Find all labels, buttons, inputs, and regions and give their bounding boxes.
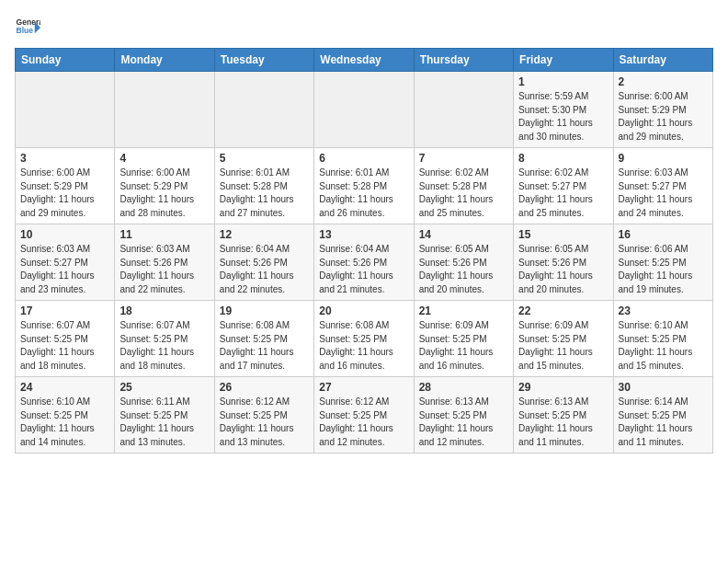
calendar-cell xyxy=(414,72,513,148)
day-info: Sunrise: 6:05 AM Sunset: 5:26 PM Dayligh… xyxy=(518,243,608,296)
calendar-cell: 7Sunrise: 6:02 AM Sunset: 5:28 PM Daylig… xyxy=(414,148,513,224)
calendar-cell: 28Sunrise: 6:13 AM Sunset: 5:25 PM Dayli… xyxy=(414,377,513,454)
day-number: 6 xyxy=(319,152,408,165)
day-info: Sunrise: 6:14 AM Sunset: 5:25 PM Dayligh… xyxy=(619,396,708,449)
calendar-table: SundayMondayTuesdayWednesdayThursdayFrid… xyxy=(15,48,713,454)
calendar-cell xyxy=(314,72,414,148)
day-info: Sunrise: 6:01 AM Sunset: 5:28 PM Dayligh… xyxy=(220,167,309,220)
weekday-header-thursday: Thursday xyxy=(414,49,513,72)
svg-text:Blue: Blue xyxy=(17,26,34,35)
calendar-cell: 19Sunrise: 6:08 AM Sunset: 5:25 PM Dayli… xyxy=(214,301,313,377)
day-number: 23 xyxy=(619,304,708,317)
day-info: Sunrise: 6:05 AM Sunset: 5:26 PM Dayligh… xyxy=(419,243,508,296)
day-number: 22 xyxy=(518,304,608,317)
week-row-3: 10Sunrise: 6:03 AM Sunset: 5:27 PM Dayli… xyxy=(16,224,713,301)
day-number: 11 xyxy=(119,228,209,241)
weekday-header-monday: Monday xyxy=(115,49,214,72)
day-number: 24 xyxy=(20,381,109,394)
calendar-cell: 29Sunrise: 6:13 AM Sunset: 5:25 PM Dayli… xyxy=(514,377,613,454)
day-info: Sunrise: 6:09 AM Sunset: 5:25 PM Dayligh… xyxy=(419,319,508,373)
week-row-1: 1Sunrise: 5:59 AM Sunset: 5:30 PM Daylig… xyxy=(16,72,713,148)
weekday-header-wednesday: Wednesday xyxy=(314,49,414,72)
calendar-body: 1Sunrise: 5:59 AM Sunset: 5:30 PM Daylig… xyxy=(16,72,713,454)
day-info: Sunrise: 6:03 AM Sunset: 5:26 PM Dayligh… xyxy=(119,243,209,296)
calendar-cell xyxy=(16,72,115,148)
day-info: Sunrise: 6:03 AM Sunset: 5:27 PM Dayligh… xyxy=(20,243,109,296)
day-info: Sunrise: 6:12 AM Sunset: 5:25 PM Dayligh… xyxy=(220,396,309,449)
day-number: 8 xyxy=(518,152,608,165)
calendar-cell: 30Sunrise: 6:14 AM Sunset: 5:25 PM Dayli… xyxy=(613,377,712,454)
day-info: Sunrise: 6:13 AM Sunset: 5:25 PM Dayligh… xyxy=(419,396,508,449)
day-number: 13 xyxy=(319,228,408,241)
week-row-2: 3Sunrise: 6:00 AM Sunset: 5:29 PM Daylig… xyxy=(16,148,713,224)
calendar-cell: 22Sunrise: 6:09 AM Sunset: 5:25 PM Dayli… xyxy=(514,301,613,377)
week-row-5: 24Sunrise: 6:10 AM Sunset: 5:25 PM Dayli… xyxy=(16,377,713,454)
day-number: 5 xyxy=(220,152,309,165)
calendar-cell: 9Sunrise: 6:03 AM Sunset: 5:27 PM Daylig… xyxy=(613,148,712,224)
day-info: Sunrise: 6:10 AM Sunset: 5:25 PM Dayligh… xyxy=(20,396,109,449)
day-info: Sunrise: 6:00 AM Sunset: 5:29 PM Dayligh… xyxy=(619,90,708,144)
calendar-cell: 18Sunrise: 6:07 AM Sunset: 5:25 PM Dayli… xyxy=(115,301,214,377)
day-number: 18 xyxy=(119,304,209,317)
day-number: 28 xyxy=(419,381,508,394)
day-number: 19 xyxy=(220,304,309,317)
calendar-cell: 2Sunrise: 6:00 AM Sunset: 5:29 PM Daylig… xyxy=(613,72,712,148)
day-info: Sunrise: 6:03 AM Sunset: 5:27 PM Dayligh… xyxy=(619,167,708,220)
calendar-cell: 3Sunrise: 6:00 AM Sunset: 5:29 PM Daylig… xyxy=(16,148,115,224)
calendar-cell: 8Sunrise: 6:02 AM Sunset: 5:27 PM Daylig… xyxy=(514,148,613,224)
day-number: 21 xyxy=(419,304,508,317)
calendar-cell: 24Sunrise: 6:10 AM Sunset: 5:25 PM Dayli… xyxy=(16,377,115,454)
day-info: Sunrise: 6:08 AM Sunset: 5:25 PM Dayligh… xyxy=(220,319,309,373)
day-number: 2 xyxy=(619,75,708,88)
weekday-header-row: SundayMondayTuesdayWednesdayThursdayFrid… xyxy=(16,49,713,72)
day-number: 29 xyxy=(518,381,608,394)
day-number: 27 xyxy=(319,381,408,394)
calendar-cell: 16Sunrise: 6:06 AM Sunset: 5:25 PM Dayli… xyxy=(613,224,712,301)
calendar-cell: 6Sunrise: 6:01 AM Sunset: 5:28 PM Daylig… xyxy=(314,148,414,224)
day-number: 30 xyxy=(619,381,708,394)
day-info: Sunrise: 6:00 AM Sunset: 5:29 PM Dayligh… xyxy=(20,167,109,220)
day-info: Sunrise: 6:04 AM Sunset: 5:26 PM Dayligh… xyxy=(220,243,309,296)
day-number: 3 xyxy=(20,152,109,165)
calendar-cell: 12Sunrise: 6:04 AM Sunset: 5:26 PM Dayli… xyxy=(214,224,313,301)
day-info: Sunrise: 6:07 AM Sunset: 5:25 PM Dayligh… xyxy=(20,319,109,373)
calendar-cell: 13Sunrise: 6:04 AM Sunset: 5:26 PM Dayli… xyxy=(314,224,414,301)
calendar-cell: 26Sunrise: 6:12 AM Sunset: 5:25 PM Dayli… xyxy=(214,377,313,454)
calendar-cell: 15Sunrise: 6:05 AM Sunset: 5:26 PM Dayli… xyxy=(514,224,613,301)
day-number: 12 xyxy=(220,228,309,241)
page-header: General Blue xyxy=(15,15,713,40)
day-info: Sunrise: 6:02 AM Sunset: 5:28 PM Dayligh… xyxy=(419,167,508,220)
day-info: Sunrise: 6:11 AM Sunset: 5:25 PM Dayligh… xyxy=(119,396,209,449)
day-info: Sunrise: 6:00 AM Sunset: 5:29 PM Dayligh… xyxy=(119,167,209,220)
day-info: Sunrise: 6:08 AM Sunset: 5:25 PM Dayligh… xyxy=(319,319,408,373)
day-info: Sunrise: 5:59 AM Sunset: 5:30 PM Dayligh… xyxy=(518,90,608,144)
calendar-cell: 25Sunrise: 6:11 AM Sunset: 5:25 PM Dayli… xyxy=(115,377,214,454)
calendar-cell: 27Sunrise: 6:12 AM Sunset: 5:25 PM Dayli… xyxy=(314,377,414,454)
day-info: Sunrise: 6:04 AM Sunset: 5:26 PM Dayligh… xyxy=(319,243,408,296)
day-number: 26 xyxy=(220,381,309,394)
calendar-cell xyxy=(115,72,214,148)
calendar-cell: 14Sunrise: 6:05 AM Sunset: 5:26 PM Dayli… xyxy=(414,224,513,301)
weekday-header-tuesday: Tuesday xyxy=(214,49,313,72)
calendar-cell: 4Sunrise: 6:00 AM Sunset: 5:29 PM Daylig… xyxy=(115,148,214,224)
day-info: Sunrise: 6:07 AM Sunset: 5:25 PM Dayligh… xyxy=(119,319,209,373)
calendar-cell: 11Sunrise: 6:03 AM Sunset: 5:26 PM Dayli… xyxy=(115,224,214,301)
day-number: 17 xyxy=(20,304,109,317)
calendar-cell: 17Sunrise: 6:07 AM Sunset: 5:25 PM Dayli… xyxy=(16,301,115,377)
day-info: Sunrise: 6:09 AM Sunset: 5:25 PM Dayligh… xyxy=(518,319,608,373)
day-number: 1 xyxy=(518,75,608,88)
day-number: 25 xyxy=(119,381,209,394)
calendar-cell xyxy=(214,72,313,148)
day-number: 14 xyxy=(419,228,508,241)
day-number: 4 xyxy=(119,152,209,165)
calendar-cell: 1Sunrise: 5:59 AM Sunset: 5:30 PM Daylig… xyxy=(514,72,613,148)
weekday-header-sunday: Sunday xyxy=(16,49,115,72)
calendar-cell: 20Sunrise: 6:08 AM Sunset: 5:25 PM Dayli… xyxy=(314,301,414,377)
weekday-header-saturday: Saturday xyxy=(613,49,712,72)
day-info: Sunrise: 6:02 AM Sunset: 5:27 PM Dayligh… xyxy=(518,167,608,220)
day-number: 10 xyxy=(20,228,109,241)
logo-icon: General Blue xyxy=(15,15,40,40)
day-info: Sunrise: 6:06 AM Sunset: 5:25 PM Dayligh… xyxy=(619,243,708,296)
logo: General Blue xyxy=(15,15,40,40)
calendar-cell: 5Sunrise: 6:01 AM Sunset: 5:28 PM Daylig… xyxy=(214,148,313,224)
